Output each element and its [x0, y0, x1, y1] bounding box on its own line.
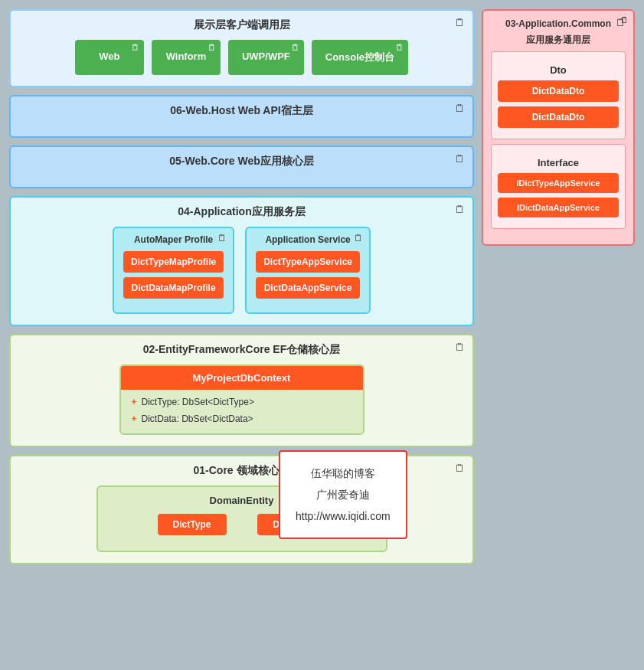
dict-type-map-profile: DictTypeMapProfile	[123, 251, 224, 273]
automaper-title: AutoMaper Profile	[123, 234, 224, 245]
application-doc-icon: 🗒	[455, 204, 465, 215]
uwp-label: UWP/WPF	[242, 51, 290, 62]
application-title: 04-Application应用服务层	[20, 205, 463, 219]
interface-section: 🗒 Interface IDictTypeAppService IDictDat…	[491, 144, 626, 229]
interface-item-2: IDictDataAppService	[498, 198, 619, 217]
efcore-db-context: MyProjectDbContext	[121, 366, 363, 390]
dict-type-btn: DictType	[158, 514, 227, 535]
webcore-layer: 05-Web.Core Web应用核心层 🗒	[9, 145, 474, 188]
web-doc-icon: 🗒	[131, 43, 139, 52]
common-layer: 🗒 03-Application.Common 应用服务通用层 🗒 Dto Di…	[482, 9, 635, 246]
efcore-item-2: + DictData: DbSet<DictData>	[132, 411, 352, 428]
appservice-doc-icon: 🗒	[354, 233, 363, 243]
console-label: Console控制台	[325, 51, 394, 63]
uwp-box: 🗒 UWP/WPF	[228, 40, 304, 75]
efcore-item-1: + DictType: DbSet<DictType>	[132, 394, 352, 411]
app-service-group: 🗒 Application Service DictTypeAppService…	[245, 227, 371, 314]
efcore-title: 02-EntityFrameworkCore EF仓储核心层	[20, 343, 463, 357]
dict-data-app-service: DictDataAppService	[256, 277, 360, 299]
winform-label: Winform	[166, 51, 207, 62]
webapi-layer: 06-Web.Host Web API宿主层 🗒	[9, 95, 474, 138]
console-box: 🗒 Console控制台	[312, 40, 408, 75]
right-column: 🗒 03-Application.Common 应用服务通用层 🗒 Dto Di…	[482, 9, 635, 564]
common-title: 03-Application.Common	[491, 18, 626, 29]
application-groups: 🗒 AutoMaper Profile DictTypeMapProfile D…	[20, 227, 463, 314]
efcore-doc-icon: 🗒	[455, 342, 465, 353]
automaper-doc-icon: 🗒	[217, 233, 227, 243]
interface-doc-icon: 🗒	[620, 15, 629, 25]
automaper-group: 🗒 AutoMaper Profile DictTypeMapProfile D…	[113, 227, 234, 314]
appservice-title: Application Service	[256, 234, 360, 245]
winform-doc-icon: 🗒	[208, 43, 216, 52]
core-doc-icon: 🗒	[455, 462, 465, 474]
webcore-doc-icon: 🗒	[455, 153, 465, 165]
application-layer: 04-Application应用服务层 🗒 🗒 AutoMaper Profil…	[9, 196, 474, 326]
main-container: 展示层客户端调用层 🗒 🗒 Web 🗒 Winform 🗒 UWP/WPF 🗒	[0, 0, 644, 574]
popup-line3: http://www.iqidi.com	[296, 505, 391, 527]
webapi-doc-icon: 🗒	[455, 103, 465, 114]
web-box: 🗒 Web	[75, 40, 144, 75]
interface-item-1: IDictTypeAppService	[498, 173, 619, 193]
presentation-title: 展示层客户端调用层	[20, 18, 463, 32]
dict-type-app-service: DictTypeAppService	[256, 251, 360, 273]
dto-item-1: DictDataDto	[498, 80, 619, 102]
presentation-layer: 展示层客户端调用层 🗒 🗒 Web 🗒 Winform 🗒 UWP/WPF 🗒	[9, 9, 474, 87]
interface-label: Interface	[498, 157, 619, 168]
dto-section: 🗒 Dto DictDataDto DictDataDto	[491, 51, 626, 139]
popup-line1: 伍华聪的博客	[296, 462, 391, 484]
efcore-item-2-text: DictData: DbSet<DictData>	[142, 411, 253, 428]
efcore-inner-box: MyProjectDbContext + DictType: DbSet<Dic…	[119, 364, 364, 435]
dto-label: Dto	[498, 64, 619, 76]
webcore-title: 05-Web.Core Web应用核心层	[20, 155, 463, 168]
dict-data-map-profile: DictDataMapProfile	[123, 277, 224, 299]
presentation-items: 🗒 Web 🗒 Winform 🗒 UWP/WPF 🗒 Console控制台	[20, 40, 463, 75]
left-column: 展示层客户端调用层 🗒 🗒 Web 🗒 Winform 🗒 UWP/WPF 🗒	[9, 9, 474, 564]
console-doc-icon: 🗒	[395, 43, 404, 52]
efcore-layer: 02-EntityFrameworkCore EF仓储核心层 🗒 MyProje…	[9, 334, 474, 447]
dto-item-2: DictDataDto	[498, 106, 619, 128]
web-label: Web	[99, 51, 119, 62]
efcore-item-1-text: DictType: DbSet<DictType>	[142, 394, 254, 411]
webapi-title: 06-Web.Host Web API宿主层	[20, 104, 463, 118]
presentation-doc-icon: 🗒	[455, 17, 465, 28]
popup-line2: 广州爱奇迪	[296, 484, 391, 505]
popup-box: 伍华聪的博客 广州爱奇迪 http://www.iqidi.com	[279, 450, 407, 539]
uwp-doc-icon: 🗒	[291, 43, 299, 52]
efcore-body: + DictType: DbSet<DictType> + DictData: …	[121, 390, 363, 433]
winform-box: 🗒 Winform	[152, 40, 221, 75]
common-subtitle: 应用服务通用层	[491, 34, 626, 47]
